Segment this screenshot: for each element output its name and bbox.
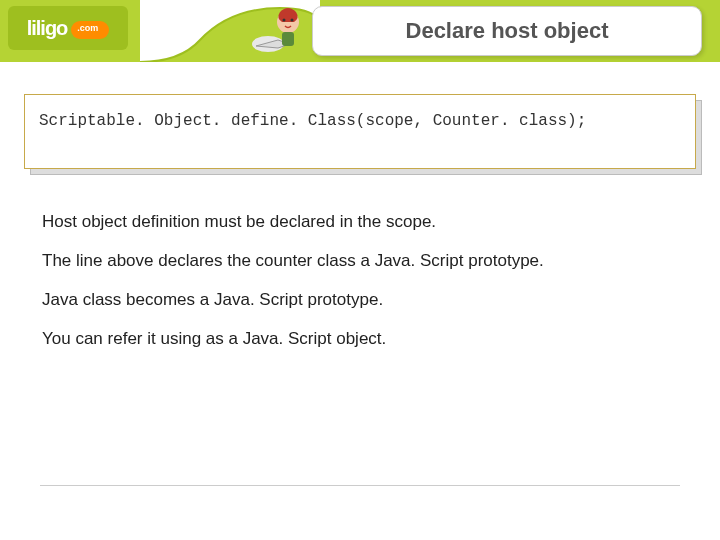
logo-text: liligo (27, 17, 68, 40)
svg-point-2 (283, 19, 286, 22)
code-block: Scriptable. Object. define. Class(scope,… (24, 94, 696, 169)
logo-com-badge (71, 21, 109, 39)
code-line: Scriptable. Object. define. Class(scope,… (39, 112, 586, 130)
body-paragraph: Host object definition must be declared … (42, 211, 678, 234)
slide-body: Host object definition must be declared … (42, 211, 678, 351)
liligo-logo: liligo (8, 6, 128, 50)
body-paragraph: Java class becomes a Java. Script protot… (42, 289, 678, 312)
mascot-icon (250, 2, 310, 60)
body-paragraph: The line above declares the counter clas… (42, 250, 678, 273)
svg-rect-4 (282, 32, 294, 46)
slide-title-box: Declare host object (312, 6, 702, 56)
mascot-graphic (250, 2, 310, 60)
code-block-inner: Scriptable. Object. define. Class(scope,… (24, 94, 696, 169)
slide-title: Declare host object (406, 18, 609, 44)
footer-divider (40, 485, 680, 486)
slide-header: liligo Declare host object (0, 0, 720, 62)
body-paragraph: You can refer it using as a Java. Script… (42, 328, 678, 351)
svg-point-3 (291, 19, 294, 22)
